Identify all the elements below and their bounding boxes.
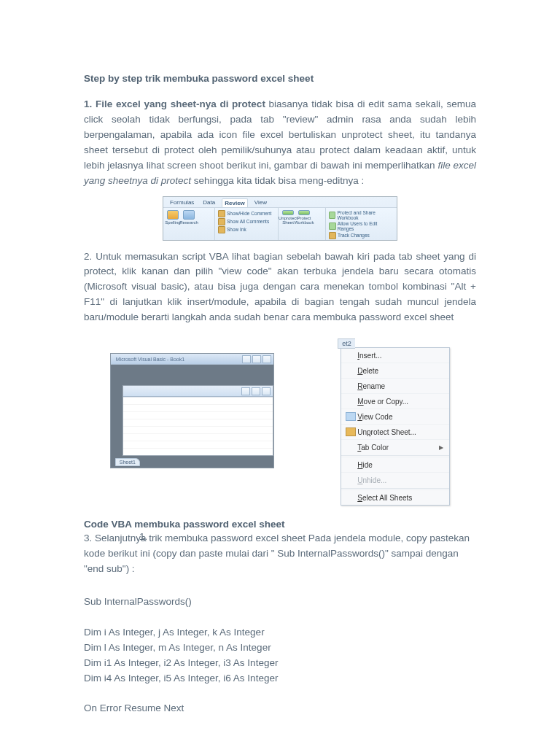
spell-icon: Spelling (166, 210, 179, 225)
ctx-view-code: View Code (341, 409, 449, 424)
unprotect-sheet-icon: UnprotectSheet (281, 210, 295, 225)
ctx-tab-color: Tab Color▶ (341, 439, 449, 454)
ctx-hide: Hide (341, 457, 449, 472)
ribbon-tab: Formulas (168, 198, 196, 207)
step1-lead: 1. File excel yang sheet-nya di protect (84, 98, 265, 109)
figure-row-2: Microsoft Visual Basic - Book1 She (84, 336, 476, 506)
ribbon-tab: View (252, 198, 269, 207)
ctx-select-all-sheets: Select All Sheets (341, 489, 449, 505)
sheet-tab-fragment: et2 (338, 338, 355, 349)
step1-body-b: sehingga kita tidak bisa meng-editnya : (191, 175, 364, 186)
step2-paragraph: 2. Untuk memasukan script VBA lihat bagi… (84, 249, 476, 326)
vba-module-window (122, 385, 273, 456)
ctx-move-copy: Move or Copy... (341, 393, 449, 409)
lock-icon (346, 427, 356, 436)
code-line: Dim i1 As Integer, i2 As Integer, i3 As … (84, 656, 476, 671)
context-menu: et2 Insert... Delete Rename Move or Copy… (341, 336, 450, 506)
submenu-arrow-icon: ▶ (439, 444, 443, 451)
excel-review-ribbon: Formulas Data Review View Spelling Resea… (163, 196, 397, 241)
vba-titlebar-text: Microsoft Visual Basic - Book1 (113, 357, 184, 362)
vba-window: Microsoft Visual Basic - Book1 She (110, 353, 274, 468)
code-line: Dim l As Integer, m As Integer, n As Int… (84, 640, 476, 656)
window-buttons (242, 355, 271, 363)
comment-group: Show/Hide Comment Show All Comments Show… (218, 210, 271, 233)
research-icon: Research (182, 210, 195, 225)
protect-workbook-icon: ProtectWorkbook (298, 210, 311, 225)
code-line: Dim i4 As Integer, i5 As Integer, i6 As … (84, 671, 476, 686)
code-line: On Error Resume Next (84, 701, 476, 716)
page-title: Step by step trik membuka password excel… (84, 73, 476, 84)
sheet-tab: Sheet1 (115, 458, 140, 466)
figure-ribbon: Formulas Data Review View Spelling Resea… (84, 196, 476, 241)
ribbon-tab: Data (201, 198, 217, 207)
list-marker: 1. (139, 531, 147, 542)
code-line: Dim i As Integer, j As Integer, k As Int… (84, 625, 476, 640)
ctx-unprotect-sheet: Unprotect Sheet... (341, 424, 449, 439)
step3-heading: Code VBA membuka password excel sheet (84, 519, 476, 530)
code-line (84, 686, 476, 701)
code-line (84, 610, 476, 625)
step1-paragraph: 1. File excel yang sheet-nya di protect … (84, 97, 476, 189)
ribbon-tab-active: Review (222, 198, 248, 207)
changes-group: Protect and Share Workbook Allow Users t… (329, 210, 394, 239)
ctx-insert: Insert... (341, 348, 449, 363)
vba-code-block: Sub InternalPasswords() Dim i As Integer… (84, 595, 476, 716)
ctx-unhide: Unhide... (341, 472, 449, 487)
ctx-rename: Rename (341, 378, 449, 393)
ctx-delete: Delete (341, 363, 449, 378)
code-icon (346, 412, 356, 421)
code-line: Sub InternalPasswords() (84, 595, 476, 610)
